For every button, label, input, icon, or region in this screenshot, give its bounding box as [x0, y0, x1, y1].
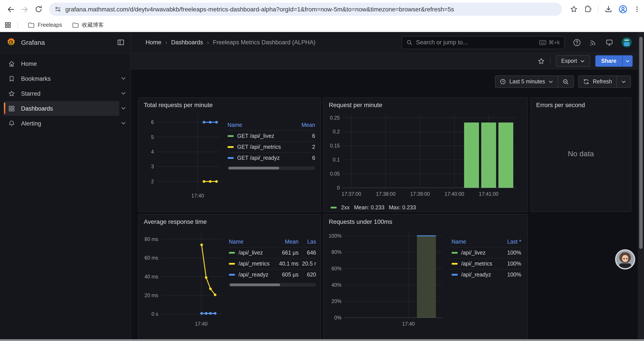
area-bar-chart[interactable]: 0%20%40%60%80%100%17:40: [328, 226, 447, 331]
svg-text:60%: 60%: [332, 266, 342, 271]
panel-average-response-time: Average response time 0 s20 ms40 ms60 ms…: [138, 214, 321, 340]
chevron-down-icon[interactable]: [120, 90, 126, 96]
page-scrollbar[interactable]: [638, 32, 644, 340]
series-name[interactable]: 2xx: [341, 204, 350, 211]
legend-series-name[interactable]: /api/_readyz: [452, 272, 498, 278]
export-button[interactable]: Export: [556, 55, 590, 67]
monitor-icon[interactable]: [606, 38, 613, 46]
time-range-picker[interactable]: Last 5 minutes: [496, 76, 558, 87]
series-mean: Mean: 0.233: [354, 204, 384, 211]
legend-horizontal-scrollbar[interactable]: [228, 166, 315, 170]
browser-menu-icon[interactable]: [634, 6, 640, 13]
breadcrumb-separator: ›: [165, 39, 167, 46]
reload-icon[interactable]: [32, 3, 45, 15]
legend-column-name[interactable]: Name: [452, 238, 498, 245]
panel-title[interactable]: Errors per second: [535, 101, 626, 110]
grafana-logo[interactable]: [6, 37, 16, 47]
profile-icon[interactable]: [618, 5, 627, 14]
url-bar[interactable]: grafana.mathmast.com/d/deytv4rwavabkb/fr…: [49, 3, 562, 16]
legend-column-name[interactable]: Name: [229, 238, 273, 245]
panel-title[interactable]: Request per minute: [328, 101, 523, 110]
favorite-star-icon[interactable]: [538, 57, 545, 65]
panel-title[interactable]: Requests under 100ms: [328, 218, 523, 226]
breadcrumb-home[interactable]: Home: [146, 39, 161, 46]
legend-series-name[interactable]: /api/_metrics: [229, 261, 273, 267]
legend-column-mean[interactable]: Mean: [273, 238, 298, 245]
legend-series-name[interactable]: /api/_metrics: [452, 261, 498, 267]
help-icon[interactable]: [573, 38, 581, 46]
toolbar-separator: [598, 5, 598, 13]
legend-value: 40.1 ms: [273, 261, 298, 267]
site-settings-icon[interactable]: [54, 6, 62, 13]
legend-series-name[interactable]: /api/_readyz: [229, 272, 273, 278]
legend-series-name[interactable]: /api/_livez: [229, 250, 273, 256]
apps-icon: [8, 105, 15, 112]
timeseries-chart[interactable]: 2345617:40: [143, 110, 224, 203]
downloads-icon[interactable]: [604, 5, 612, 13]
svg-text:20 ms: 20 ms: [144, 292, 158, 298]
share-menu-chevron[interactable]: [622, 55, 632, 67]
svg-text:40 ms: 40 ms: [144, 274, 158, 279]
url-text[interactable]: grafana.mathmast.com/d/deytv4rwavabkb/fr…: [65, 6, 454, 13]
news-rss-icon[interactable]: [589, 38, 597, 46]
legend-value: 6: [296, 155, 315, 161]
chevron-down-icon[interactable]: [120, 76, 126, 81]
bar-chart[interactable]: 00.050.10.150.20.2517:37:0017:38:0017:39…: [328, 110, 523, 203]
sidebar-item-starred[interactable]: Starred: [0, 86, 131, 101]
search-placeholder: Search or jump to...: [416, 39, 536, 46]
sidebar-item-bookmarks[interactable]: Bookmarks: [0, 71, 131, 86]
refresh-button[interactable]: Refresh: [579, 76, 616, 87]
series-swatch: [452, 274, 458, 276]
panel-title[interactable]: Total requests per minute: [143, 101, 316, 110]
breadcrumb-dashboards[interactable]: Dashboards: [171, 39, 203, 46]
legend-series-name[interactable]: GET /api/_metrics: [228, 144, 296, 150]
sidebar-item-home[interactable]: Home: [0, 56, 131, 71]
sidebar: HomeBookmarksStarredDashboardsAlerting: [0, 53, 131, 340]
chevron-down-icon: [580, 59, 585, 63]
refresh-interval-chevron[interactable]: [616, 76, 630, 87]
share-button[interactable]: Share: [596, 55, 622, 67]
panel-title[interactable]: Average response time: [143, 218, 316, 226]
legend-series-name[interactable]: /api/_livez: [452, 250, 498, 256]
sidebar-item-alerting[interactable]: Alerting: [0, 116, 131, 131]
bookmark-star-icon[interactable]: [570, 5, 578, 13]
legend-horizontal-scrollbar[interactable]: [229, 283, 316, 286]
legend-series-name[interactable]: GET /api/_livez: [228, 133, 296, 139]
svg-text:0.25: 0.25: [330, 115, 340, 121]
time-range-label: Last 5 minutes: [510, 79, 545, 85]
sidebar-item-dashboards[interactable]: Dashboards: [0, 101, 131, 116]
chevron-down-icon: [625, 59, 630, 63]
floating-assistant-avatar[interactable]: [615, 249, 635, 269]
forward-icon[interactable]: [18, 3, 31, 15]
svg-text:0.1: 0.1: [333, 157, 340, 163]
extensions-icon[interactable]: [584, 5, 592, 13]
grafana-app: Grafana Home › Dashboards › Freeleaps Me…: [0, 32, 644, 340]
legend-column-las[interactable]: Las: [298, 238, 316, 245]
refresh-label: Refresh: [593, 79, 612, 85]
legend-column-mean[interactable]: Mean: [296, 122, 315, 128]
legend-column-name[interactable]: Name: [228, 122, 296, 128]
back-icon[interactable]: [4, 3, 17, 15]
series-swatch: [228, 135, 234, 137]
sidebar-toggle-icon[interactable]: [117, 39, 124, 46]
chevron-down-icon[interactable]: [120, 120, 126, 126]
bookmark-folder[interactable]: Freeleaps: [24, 20, 66, 30]
bookmark-folder[interactable]: 收藏博客: [68, 20, 107, 30]
refresh-icon: [583, 79, 589, 85]
apps-grid-icon[interactable]: [4, 22, 12, 29]
timeseries-chart[interactable]: 0 s20 ms40 ms60 ms80 ms17:40: [143, 226, 226, 331]
legend-value: 20.5 r: [298, 261, 316, 267]
scrollbar-thumb[interactable]: [230, 283, 280, 286]
scrollbar-thumb[interactable]: [228, 167, 279, 169]
legend-column-last-[interactable]: Last *: [498, 238, 521, 245]
zoom-out-button[interactable]: [558, 76, 574, 87]
user-avatar[interactable]: [622, 37, 632, 47]
legend-header: NameMeanLas: [229, 236, 316, 247]
legend-table: NameMeanLas/api/_livez661 µs646/api/_met…: [229, 236, 316, 331]
series-swatch: [452, 263, 458, 265]
search-input[interactable]: Search or jump to... ⌘+k: [402, 36, 565, 49]
scrollbar-thumb[interactable]: [639, 37, 643, 249]
legend-series-name[interactable]: GET /api/_readyz: [228, 155, 296, 161]
chevron-down-icon[interactable]: [120, 105, 126, 111]
actions-divider: [550, 58, 550, 65]
